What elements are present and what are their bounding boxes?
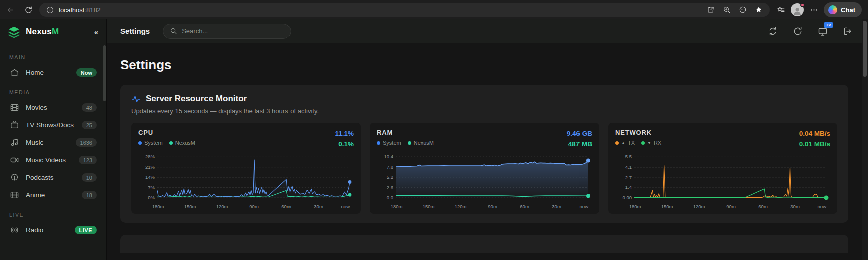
tv-mode-badge: TV: [824, 22, 833, 28]
legend-label: System: [144, 140, 163, 146]
svg-text:4.1: 4.1: [625, 164, 632, 170]
sidebar-item-label: Movies: [26, 104, 47, 111]
refresh-icon[interactable]: [793, 26, 803, 36]
page-scrollbar-thumb[interactable]: [863, 21, 867, 77]
legend-dot-icon: [377, 141, 380, 145]
music-note-icon: [10, 138, 19, 147]
sidebar-item-home[interactable]: HomeNow: [5, 64, 101, 81]
browser-chrome: localhost:8182 Chat: [0, 0, 868, 19]
film-icon: [10, 190, 19, 200]
sidebar-item-podcasts[interactable]: Podcasts10: [5, 169, 101, 186]
svg-text:14%: 14%: [145, 174, 155, 180]
chart-legend: SystemNexusM: [377, 140, 434, 146]
sidebar-item-label: Radio: [26, 226, 43, 234]
app-header: Settings Search... TV: [107, 19, 868, 43]
chat-label: Chat: [841, 6, 855, 14]
legend-system: System: [138, 140, 163, 146]
search-input[interactable]: Search...: [163, 24, 291, 39]
legend-dot-icon: [169, 141, 173, 145]
section-label-media: MEDIA: [9, 89, 97, 95]
sidebar-item-radio[interactable]: RadioLIVE: [5, 221, 101, 239]
sidebar-item-music-videos[interactable]: Music Videos123: [5, 151, 101, 169]
page-content: Settings Server Resource Monitor Updates…: [107, 43, 868, 260]
browser-back-icon[interactable]: [3, 3, 17, 17]
browser-menu-icon[interactable]: [807, 3, 821, 17]
svg-text:7%: 7%: [148, 184, 155, 190]
server-resource-monitor-card: Server Resource Monitor Updates every 15…: [120, 85, 848, 223]
copilot-chat-button[interactable]: Chat: [824, 2, 862, 17]
svg-text:5.5: 5.5: [625, 154, 632, 159]
chart-panel-network: NETWORK ▲TX▼RX 0.04 MB/s0.01 MB/s 0.001.…: [608, 123, 837, 214]
favorites-list-icon[interactable]: [774, 3, 788, 17]
count-badge: 25: [82, 121, 97, 129]
address-bar[interactable]: localhost:8182: [39, 3, 770, 17]
sidebar-item-anime[interactable]: Anime18: [5, 186, 101, 204]
film-icon: [10, 103, 19, 112]
svg-text:1.4: 1.4: [625, 184, 632, 190]
svg-text:2.6: 2.6: [387, 184, 393, 190]
header-title: Settings: [120, 27, 150, 35]
svg-text:10.4: 10.4: [384, 154, 394, 159]
sidebar-collapse-icon[interactable]: «: [94, 28, 98, 36]
app-window: NexusM « MAINHomeNowMEDIAMovies48TV Show…: [0, 19, 868, 260]
zoom-in-icon[interactable]: [720, 3, 734, 17]
sidebar-item-label: Music Videos: [26, 156, 66, 164]
logout-icon[interactable]: [843, 26, 853, 36]
shuffle-icon[interactable]: [768, 26, 778, 36]
legend-system: System: [377, 140, 401, 146]
sidebar: NexusM « MAINHomeNowMEDIAMovies48TV Show…: [0, 19, 107, 260]
chart-canvas: 0.02.65.27.810.4-180m-150m-120m-90m-60m-…: [377, 152, 592, 211]
sidebar-item-label: Music: [26, 139, 43, 146]
svg-text:-180m: -180m: [628, 204, 641, 209]
activity-pulse-icon: [131, 94, 141, 104]
svg-text:-90m: -90m: [486, 204, 497, 209]
browser-reload-icon[interactable]: [21, 3, 35, 17]
more-circle-icon[interactable]: [736, 3, 750, 17]
svg-text:-120m: -120m: [453, 204, 467, 209]
section-label-live: LIVE: [9, 212, 97, 218]
address-bar-actions: [704, 3, 766, 17]
sidebar-logo-row: NexusM «: [0, 19, 106, 44]
count-badge: 18: [82, 191, 97, 199]
legend-dot-icon: [615, 141, 619, 145]
svg-text:0.0: 0.0: [387, 195, 393, 200]
status-badge: Now: [76, 68, 97, 77]
legend-dot-icon: [408, 141, 411, 145]
chart-title: CPU: [138, 129, 195, 136]
brand-primary: Nexus: [26, 27, 52, 36]
section-label-main: MAIN: [9, 54, 97, 60]
svg-text:-30m: -30m: [312, 204, 323, 209]
legend-arrow-icon: ▲: [621, 141, 625, 145]
svg-text:-180m: -180m: [151, 204, 164, 209]
count-badge: 48: [82, 103, 97, 112]
legend-label: NexusM: [414, 140, 434, 146]
bookmark-star-icon[interactable]: [752, 3, 766, 17]
current-value: 0.01 MB/s: [799, 139, 830, 150]
sidebar-item-label: TV Shows/Docs: [26, 121, 74, 129]
profile-avatar[interactable]: [791, 3, 804, 16]
page-scrollbar[interactable]: [862, 19, 868, 260]
svg-text:-120m: -120m: [215, 204, 228, 209]
cast-tv-icon[interactable]: TV: [818, 26, 828, 36]
search-placeholder: Search...: [182, 27, 208, 35]
sidebar-item-tv-shows-docs[interactable]: TV Shows/Docs25: [5, 116, 101, 134]
chart-legend: ▲TX▼RX: [615, 140, 661, 146]
legend-nexusm: NexusM: [408, 140, 434, 146]
svg-text:-150m: -150m: [421, 204, 435, 209]
legend-label: RX: [654, 140, 661, 146]
legend-label: System: [383, 140, 401, 146]
sidebar-scrollbar[interactable]: [103, 45, 106, 101]
chart-title: NETWORK: [615, 129, 661, 136]
sidebar-item-music[interactable]: Music1636: [5, 134, 101, 151]
external-link-icon[interactable]: [704, 3, 718, 17]
legend-dot-icon: [138, 141, 142, 145]
site-info-icon[interactable]: [45, 3, 54, 17]
status-badge: LIVE: [75, 226, 97, 234]
chart-current-values: 11.1%0.1%: [335, 129, 354, 150]
current-value: 0.04 MB/s: [799, 129, 830, 139]
next-settings-card-partial: [120, 235, 848, 253]
svg-text:now: now: [580, 204, 589, 209]
sidebar-item-movies[interactable]: Movies48: [5, 99, 101, 116]
count-badge: 123: [79, 156, 97, 164]
svg-text:now: now: [818, 204, 827, 209]
